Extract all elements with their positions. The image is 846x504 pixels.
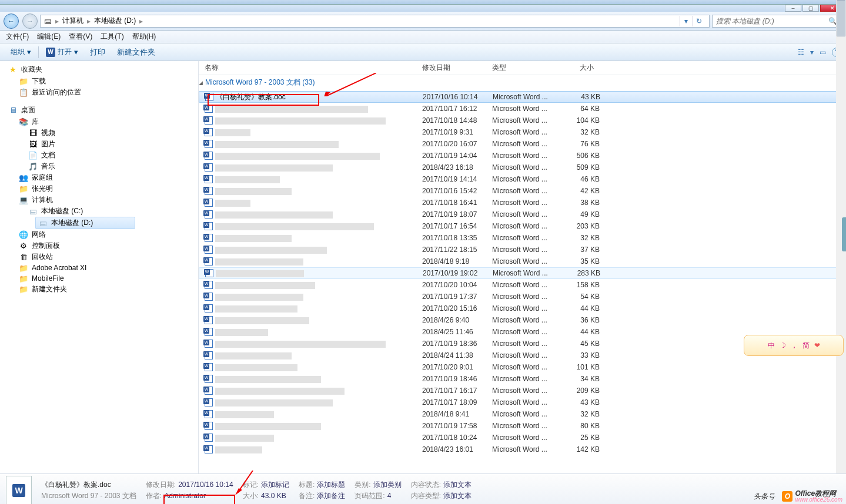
file-row[interactable]: 2018/4/18 9:41Microsoft Word ...32 KB (199, 408, 846, 420)
file-row[interactable]: 2017/10/20 10:04Microsoft Word ...158 KB (199, 279, 846, 291)
word-doc-icon (205, 187, 213, 195)
sidebar-network[interactable]: 🌐网络 (5, 229, 193, 240)
sidebar-control-panel[interactable]: ⚙控制面板 (5, 240, 193, 251)
sidebar-libraries[interactable]: 📚库 (5, 116, 193, 127)
file-row[interactable]: 2017/10/18 16:41Microsoft Word ...38 KB (199, 197, 846, 209)
file-row[interactable]: 2017/10/18 13:35Microsoft Word ...32 KB (199, 232, 846, 244)
organize-button[interactable]: 组织 ▾ (5, 47, 37, 57)
sidebar-folder[interactable]: 📁Adobe Acrobat XI (5, 263, 193, 273)
word-doc-icon (205, 152, 213, 160)
menu-view[interactable]: 查看(V) (69, 32, 92, 42)
file-row[interactable]: 2018/4/23 16:01Microsoft Word ...142 KB (199, 443, 846, 455)
details-ctype[interactable]: 添加文本 (443, 491, 472, 501)
sidebar-folder[interactable]: 📁新建文件夹 (5, 284, 193, 295)
details-author[interactable]: Administrator (164, 492, 206, 500)
file-row[interactable]: 2017/10/19 14:14Microsoft Word ...46 KB (199, 173, 846, 185)
word-doc-icon (205, 398, 213, 406)
collapse-icon[interactable]: ◢ (199, 80, 203, 86)
open-button[interactable]: W打开 ▾ (40, 47, 84, 57)
column-headers[interactable]: 名称 修改日期 类型 大小 (199, 61, 846, 75)
file-row[interactable]: 2017/10/20 9:01Microsoft Word ...101 KB (199, 361, 846, 373)
group-header[interactable]: ◢ Microsoft Word 97 - 2003 文档 (33) (199, 75, 846, 91)
details-notes[interactable]: 添加备注 (317, 491, 345, 501)
side-handle[interactable] (842, 217, 846, 251)
word-doc-icon (205, 363, 213, 371)
sidebar-recent[interactable]: 📋最近访问的位置 (5, 87, 193, 98)
file-row[interactable]: 2017/10/19 18:46Microsoft Word ...34 KB (199, 373, 846, 385)
sidebar-drive-c[interactable]: 🖴本地磁盘 (C:) (5, 206, 193, 217)
file-row[interactable]: 2018/4/26 9:40Microsoft Word ...36 KB (199, 314, 846, 326)
sidebar-computer[interactable]: 💻计算机 (5, 194, 193, 206)
file-row[interactable]: 2017/10/19 14:04Microsoft Word ...506 KB (199, 150, 846, 162)
breadcrumb[interactable]: 本地磁盘 (D:) (94, 16, 136, 26)
file-row[interactable]: 2017/10/19 18:07Microsoft Word ...49 KB (199, 209, 846, 220)
address-bar[interactable]: 🖴 ▸ 计算机 ▸ 本地磁盘 (D:) ▸ ▾ ↻ (40, 15, 710, 28)
address-dropdown[interactable]: ▾ (680, 16, 691, 26)
col-type[interactable]: 类型 (492, 63, 559, 73)
file-type-icon: W (6, 476, 32, 505)
file-row[interactable]: 2017/10/17 16:54Microsoft Word ...203 KB (199, 220, 846, 232)
menu-help[interactable]: 帮助(H) (132, 32, 156, 42)
file-row[interactable]: 2018/4/23 16:18Microsoft Word ...509 KB (199, 162, 846, 173)
file-row[interactable]: 2017/10/18 10:24Microsoft Word ...25 KB (199, 432, 846, 443)
file-row[interactable]: 2017/11/22 18:15Microsoft Word ...37 KB (199, 244, 846, 256)
file-row[interactable]: 2017/10/19 19:02Microsoft Word ...283 KB (199, 267, 846, 279)
sidebar-user[interactable]: 📁张光明 (5, 183, 193, 194)
drive-icon: 🖴 (44, 16, 52, 25)
word-doc-icon (205, 257, 213, 266)
ime-toolbar[interactable]: 中☽，简❤ (744, 335, 844, 356)
refresh-button[interactable]: ↻ (693, 16, 704, 26)
file-list: 名称 修改日期 类型 大小 ◢ Microsoft Word 97 - 2003… (199, 61, 846, 473)
search-input[interactable] (716, 17, 828, 25)
file-row[interactable]: 2017/10/20 15:16Microsoft Word ...44 KB (199, 303, 846, 314)
file-row[interactable]: 2017/10/19 9:31Microsoft Word ...32 KB (199, 126, 846, 138)
file-row[interactable]: 2017/10/17 16:17Microsoft Word ...209 KB (199, 385, 846, 397)
col-date[interactable]: 修改日期 (422, 63, 492, 73)
details-title[interactable]: 添加标题 (317, 480, 345, 490)
forward-button[interactable]: → (22, 14, 38, 29)
file-row[interactable]: 2017/10/17 16:12Microsoft Word ...64 KB (199, 103, 846, 115)
details-category[interactable]: 添加类别 (373, 480, 402, 490)
file-row[interactable]: 《白杨礼赞》教案.doc2017/10/16 10:14Microsoft Wo… (199, 91, 846, 103)
menu-file[interactable]: 文件(F) (6, 32, 29, 42)
breadcrumb[interactable]: 计算机 (62, 16, 83, 26)
minimize-button[interactable]: – (785, 5, 801, 12)
sidebar-drive-d[interactable]: 🖴本地磁盘 (D:) (35, 217, 135, 229)
sidebar-folder[interactable]: 📁MobileFile (5, 273, 193, 284)
file-row[interactable]: 2018/4/18 9:18Microsoft Word ...35 KB (199, 256, 846, 267)
file-row[interactable]: 2017/10/19 17:58Microsoft Word ...80 KB (199, 420, 846, 432)
sidebar-pictures[interactable]: 🖼图片 (5, 139, 193, 150)
desktop-group[interactable]: 🖥桌面 (5, 104, 193, 116)
file-row[interactable]: 2017/10/20 16:07Microsoft Word ...76 KB (199, 138, 846, 150)
details-status[interactable]: 添加文本 (443, 480, 472, 490)
back-button[interactable]: ← (4, 14, 19, 29)
file-row[interactable]: 2017/10/19 17:37Microsoft Word ...54 KB (199, 291, 846, 303)
print-button[interactable]: 打印 (84, 47, 111, 58)
maximize-button[interactable]: ▢ (802, 5, 819, 12)
word-doc-icon (205, 210, 213, 219)
file-row[interactable]: 2017/10/17 18:09Microsoft Word ...43 KB (199, 397, 846, 408)
word-doc-icon (205, 328, 213, 336)
menu-edit[interactable]: 编辑(E) (37, 32, 61, 42)
details-modified[interactable]: 2017/10/16 10:14 (178, 481, 233, 489)
search-box[interactable]: 🔍 (712, 15, 841, 28)
sidebar-documents[interactable]: 📄文档 (5, 150, 193, 161)
view-mode-button[interactable]: ☷ (798, 48, 804, 56)
preview-pane-button[interactable]: ▭ (820, 48, 826, 56)
sidebar-downloads[interactable]: 📁下载 (5, 76, 193, 87)
sidebar-recycle[interactable]: 🗑回收站 (5, 251, 193, 263)
sidebar-videos[interactable]: 🎞视频 (5, 127, 193, 139)
col-name[interactable]: 名称 (205, 63, 422, 73)
file-row[interactable]: 2017/10/16 15:42Microsoft Word ...42 KB (199, 185, 846, 197)
menu-tools[interactable]: 工具(T) (101, 32, 123, 42)
favorites-group[interactable]: ★收藏夹 (5, 63, 193, 76)
details-pane: W 《白杨礼赞》教案.doc Microsoft Word 97 - 2003 … (0, 473, 846, 504)
sidebar-homegroup[interactable]: 👥家庭组 (5, 172, 193, 183)
details-tags[interactable]: 添加标记 (261, 480, 289, 490)
col-size[interactable]: 大小 (559, 63, 600, 73)
word-doc-icon (205, 445, 213, 453)
scrollbar[interactable] (836, 61, 846, 473)
new-folder-button[interactable]: 新建文件夹 (111, 47, 161, 58)
file-row[interactable]: 2017/10/18 14:48Microsoft Word ...104 KB (199, 115, 846, 126)
sidebar-music[interactable]: 🎵音乐 (5, 161, 193, 172)
